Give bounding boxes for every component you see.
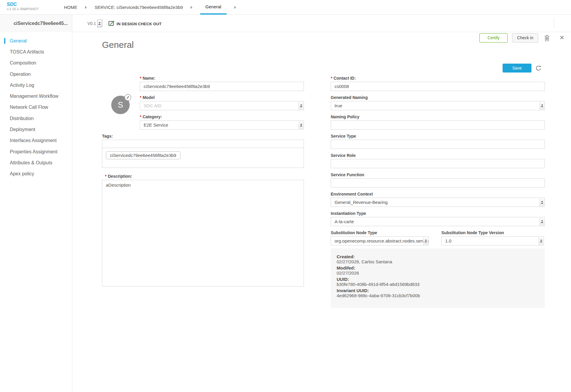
active-indicator — [4, 38, 5, 44]
substitution-node-type-version-select[interactable]: 1.0 — [441, 236, 544, 245]
sidebar-item-composition[interactable]: Composition — [0, 58, 72, 69]
service-type-field: Service Type — [331, 134, 545, 149]
page-title: General — [102, 40, 134, 50]
instantiation-type-select[interactable]: A-la-carte — [331, 217, 545, 226]
refresh-button[interactable] — [535, 65, 542, 72]
name-field: *Name: — [140, 76, 304, 91]
sdc-logo-text: SDC — [7, 2, 39, 7]
instantiation-type-field: Instantiation Type A-la-carte — [331, 211, 545, 226]
close-icon: × — [560, 33, 564, 42]
breadcrumb-separator-icon — [85, 6, 87, 9]
generated-naming-label: Generated Naming — [331, 95, 545, 100]
breadcrumb-service[interactable]: SERVICE: ciServicedc79ee6ee456f8a2e3b9 — [95, 0, 183, 15]
sidebar-item-properties-assignment[interactable]: Properties Assignment — [0, 146, 72, 157]
service-avatar: S — [111, 96, 130, 114]
sidebar-item-operation[interactable]: Operation — [0, 69, 72, 80]
entity-toolbar: ciServicedc79ee6ee45... V0.1 IN DESIGN C… — [0, 15, 571, 32]
tags-input[interactable] — [102, 140, 304, 148]
service-function-field: Service Function — [331, 172, 545, 188]
avatar-edit-badge[interactable] — [124, 94, 131, 101]
entity-name: ciServicedc79ee6ee45... — [0, 15, 72, 32]
form-left-column: S *Name: *Model — [102, 76, 304, 292]
sidebar-item-attributes-outputs[interactable]: Attributes & Outputs — [0, 157, 72, 168]
substitution-node-type-select[interactable]: org.openecomp.resource.abstract.nodes.se… — [331, 236, 429, 245]
service-type-input[interactable] — [331, 140, 545, 149]
breadcrumb-separator-icon — [234, 6, 236, 9]
category-label: *Category: — [140, 114, 304, 119]
toolbar-divider — [102, 19, 103, 28]
sidebar-item-deployment[interactable]: Deployment — [0, 124, 72, 135]
sidebar-item-apex-policy[interactable]: Apex policy — [0, 169, 72, 180]
service-function-input[interactable] — [331, 178, 545, 188]
environment-context-label: Environment Context — [331, 192, 545, 197]
required-asterisk: * — [105, 174, 106, 179]
required-asterisk: * — [140, 76, 141, 81]
sidebar-item-interfaces-assignment[interactable]: Interfaces Assignment — [0, 135, 72, 146]
checkin-button[interactable]: Check in — [512, 33, 538, 42]
breadcrumb: HOME SERVICE: ciServicedc79ee6ee456f8a2e… — [64, 0, 244, 15]
service-function-label: Service Function — [331, 172, 545, 177]
metadata-panel: Created: 02/27/2026, Carlos Santana Modi… — [331, 248, 545, 308]
save-button[interactable]: Save — [503, 64, 531, 73]
chevron-down-icon — [539, 237, 543, 245]
breadcrumb-home[interactable]: HOME — [64, 0, 77, 15]
tags-label: Tags: — [102, 134, 304, 139]
modified-value: 02/27/2026 — [337, 270, 539, 275]
tab-general[interactable]: General — [200, 0, 227, 15]
generated-naming-field: Generated Naming true — [331, 95, 545, 110]
name-label: *Name: — [140, 76, 304, 81]
sidebar-item-network-call-flow[interactable]: Network Call Flow — [0, 102, 72, 113]
sidebar-item-activity-log[interactable]: Activity Log — [0, 80, 72, 91]
service-role-input[interactable] — [331, 159, 545, 168]
form-right-column: *Contact ID: Generated Naming true Namin… — [331, 76, 545, 308]
certify-button[interactable]: Certify — [479, 33, 508, 42]
model-field: *Model SDC AID — [140, 95, 304, 110]
sidebar-item-tosca-artifacts[interactable]: TOSCA Artifacts — [0, 46, 72, 57]
chevron-down-icon — [539, 218, 544, 226]
version-select-arrow-icon[interactable] — [97, 20, 102, 27]
contact-id-field: *Contact ID: — [331, 76, 545, 91]
general-form: General Save S — [72, 32, 571, 392]
service-role-label: Service Role — [331, 153, 545, 158]
sidebar-item-distribution[interactable]: Distribution — [0, 113, 72, 124]
required-asterisk: * — [140, 95, 141, 100]
toolbar-divider — [554, 18, 554, 28]
delete-button[interactable] — [544, 34, 550, 42]
description-textarea[interactable]: aDescription — [102, 180, 304, 286]
sidebar-item-general[interactable]: General — [0, 35, 72, 46]
invariant-uuid-label: Invariant UUID: — [337, 288, 539, 293]
lifecycle-status: IN DESIGN CHECK OUT — [117, 22, 161, 26]
contact-id-label: *Contact ID: — [331, 76, 545, 81]
sdc-logo: SDC v.1.15.1-SNAPSHOT — [7, 2, 39, 11]
tag-chip[interactable]: ciServicedc79ee6ee456f8a2e3b9 — [106, 151, 181, 159]
generated-naming-select[interactable]: true — [331, 101, 545, 110]
uuid-value: b30fe780-408b-491d-8f54-a6d1569bd833 — [337, 282, 539, 287]
contact-id-input[interactable] — [331, 82, 545, 91]
sdc-app: SDC v.1.15.1-SNAPSHOT HOME SERVICE: ciSe… — [0, 0, 571, 392]
chevron-down-icon — [423, 237, 428, 245]
modified-label: Modifed: — [337, 265, 539, 270]
tags-field: Tags: ciServicedc79ee6ee456f8a2e3b9 — [102, 134, 304, 168]
instantiation-type-label: Instantiation Type — [331, 211, 545, 216]
checkout-pencil-icon — [108, 20, 115, 27]
model-select[interactable]: SDC AID — [140, 101, 304, 110]
sidebar: General TOSCA Artifacts Composition Oper… — [0, 32, 72, 392]
pencil-icon — [124, 94, 131, 101]
breadcrumb-separator-icon — [191, 6, 192, 9]
invariant-uuid-value: 4ed62968-988c-4aba-9706-31cb3cf7b00b — [337, 293, 539, 298]
category-field: *Category: E2E Service — [140, 114, 304, 130]
top-header: SDC v.1.15.1-SNAPSHOT HOME SERVICE: ciSe… — [0, 0, 571, 15]
tags-list: ciServicedc79ee6ee456f8a2e3b9 — [102, 148, 304, 168]
trash-icon — [544, 34, 550, 42]
name-input[interactable] — [140, 82, 304, 91]
sidebar-item-management-workflow[interactable]: Management Workflow — [0, 91, 72, 102]
avatar-letter: S — [118, 100, 123, 110]
naming-policy-input[interactable] — [331, 120, 545, 130]
version-select[interactable]: V0.1 — [87, 20, 102, 27]
environment-context-select[interactable]: General_Revenue-Bearing — [331, 198, 545, 207]
close-button[interactable]: × — [560, 33, 564, 42]
substitution-row: Substitution Node Type org.openecomp.res… — [331, 230, 545, 245]
app-version: v.1.15.1-SNAPSHOT — [7, 7, 39, 11]
category-select[interactable]: E2E Service — [140, 120, 304, 130]
chevron-down-icon — [299, 102, 303, 110]
